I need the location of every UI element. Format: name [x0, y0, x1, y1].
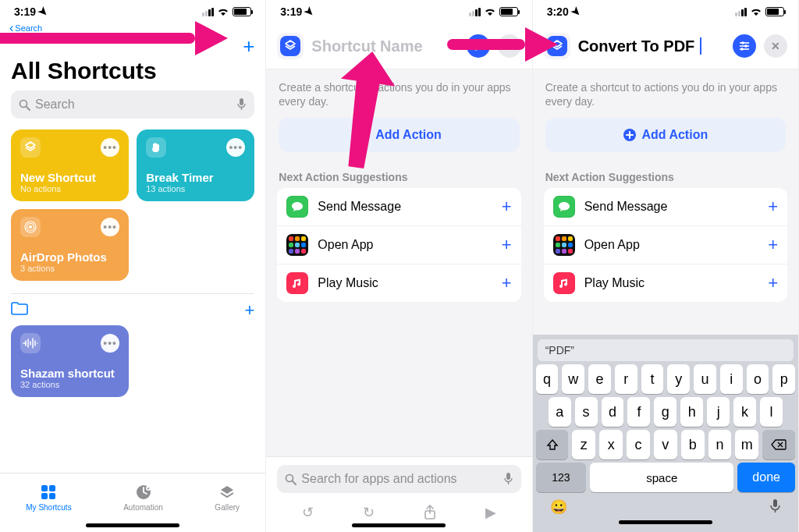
add-suggestion-button[interactable]: +	[768, 197, 778, 217]
redo-button[interactable]: ↻	[363, 504, 375, 521]
search-input[interactable]: Search	[11, 90, 254, 119]
card-menu-button[interactable]: •••	[226, 138, 245, 157]
key[interactable]: y	[667, 364, 690, 394]
key[interactable]: p	[772, 364, 795, 394]
key[interactable]: l	[760, 397, 783, 427]
keyboard-prediction[interactable]: “PDF”	[538, 339, 794, 361]
add-suggestion-button[interactable]: +	[502, 273, 512, 293]
key[interactable]: c	[627, 430, 650, 459]
location-icon: ➤	[302, 4, 318, 20]
key[interactable]: t	[641, 364, 664, 394]
key[interactable]: v	[654, 430, 677, 459]
key[interactable]: q	[536, 364, 559, 394]
folder-icon[interactable]	[11, 302, 28, 319]
add-action-button[interactable]: Add Action	[545, 118, 786, 152]
dictate-key[interactable]	[769, 498, 781, 516]
close-button[interactable]: ✕	[764, 34, 787, 58]
key[interactable]: u	[694, 364, 716, 394]
status-bar: 3:19➤	[266, 0, 531, 23]
home-indicator[interactable]	[619, 520, 712, 524]
suggestion-label: Open App	[318, 238, 373, 252]
suggestion-item[interactable]: Send Message +	[277, 188, 520, 226]
home-indicator[interactable]	[86, 523, 179, 527]
svg-line-21	[293, 481, 296, 484]
backspace-key[interactable]	[762, 430, 795, 459]
key[interactable]: r	[615, 364, 637, 394]
key[interactable]: m	[735, 430, 758, 459]
shortcut-card[interactable]: ••• Break Timer 13 actions	[137, 129, 254, 201]
card-menu-button[interactable]: •••	[101, 138, 119, 157]
shortcut-card[interactable]: ••• Shazam shortcut 32 actions	[11, 325, 129, 397]
dictate-icon[interactable]	[236, 98, 247, 112]
tab-automation[interactable]: Automation	[123, 484, 163, 512]
shortcut-card[interactable]: ••• New Shortcut No actions	[11, 129, 129, 201]
undo-button[interactable]: ↺	[302, 504, 314, 521]
key[interactable]: w	[562, 364, 584, 394]
back-to-search[interactable]: Search	[0, 23, 265, 34]
add-in-folder-button[interactable]: +	[244, 302, 254, 319]
card-menu-button[interactable]: •••	[101, 218, 119, 236]
suggestion-item[interactable]: Open App +	[277, 226, 520, 264]
card-menu-button[interactable]: •••	[101, 334, 119, 353]
key[interactable]: k	[733, 397, 756, 427]
shortcut-name-input[interactable]: Convert To PDF	[578, 37, 725, 55]
shortcut-badge[interactable]	[277, 33, 304, 59]
card-title: New Shortcut	[20, 171, 119, 184]
suggestion-item[interactable]: Send Message +	[544, 188, 787, 226]
shortcut-badge[interactable]	[544, 33, 570, 59]
home-indicator[interactable]	[352, 523, 446, 527]
key[interactable]: e	[588, 364, 611, 394]
key[interactable]: d	[602, 397, 624, 427]
key[interactable]: h	[680, 397, 703, 427]
tab-gallery[interactable]: Gallery	[215, 484, 240, 512]
gallery-icon	[218, 484, 236, 501]
key[interactable]: i	[720, 364, 743, 394]
editor-hint: Create a shortcut to actions you do in y…	[533, 69, 798, 113]
actions-search-input[interactable]: Search for apps and actions	[277, 465, 520, 493]
emoji-key[interactable]: 😀	[550, 498, 567, 516]
done-key[interactable]: done	[737, 463, 795, 492]
add-suggestion-button[interactable]: +	[502, 235, 512, 255]
music-icon	[286, 272, 308, 294]
key[interactable]: s	[575, 397, 598, 427]
key[interactable]: o	[747, 364, 769, 394]
close-button[interactable]: ✕	[498, 34, 521, 58]
suggestion-item[interactable]: Play Music +	[544, 264, 787, 302]
share-button[interactable]	[424, 505, 436, 520]
settings-button[interactable]	[467, 34, 490, 58]
numbers-key[interactable]: 123	[536, 463, 586, 492]
keyboard-row-2: a s d f g h j k l	[536, 397, 795, 427]
key[interactable]: a	[549, 397, 571, 427]
add-suggestion-button[interactable]: +	[502, 197, 512, 217]
suggestion-item[interactable]: Play Music +	[277, 264, 520, 302]
card-subtitle: 32 actions	[20, 380, 119, 389]
svg-marker-25	[336, 51, 399, 171]
music-icon	[553, 272, 575, 294]
divider	[11, 293, 254, 294]
suggestion-item[interactable]: Open App +	[544, 226, 787, 264]
key[interactable]: z	[572, 430, 595, 459]
add-shortcut-button[interactable]: +	[243, 37, 254, 55]
run-button[interactable]: ▶	[485, 504, 496, 521]
shortcut-card[interactable]: ••• AirDrop Photos 3 actions	[11, 209, 129, 281]
settings-button[interactable]	[733, 34, 756, 58]
space-key[interactable]: space	[590, 463, 733, 492]
key[interactable]: g	[654, 397, 676, 427]
shift-key[interactable]	[536, 430, 569, 459]
add-suggestion-button[interactable]: +	[768, 235, 778, 255]
dictate-icon[interactable]	[503, 472, 513, 486]
key[interactable]: b	[681, 430, 705, 459]
wifi-icon	[484, 7, 496, 16]
add-suggestion-button[interactable]: +	[768, 273, 778, 293]
annotation-arrow	[336, 51, 399, 176]
key[interactable]: j	[707, 397, 730, 427]
plus-circle-icon	[623, 128, 637, 142]
key[interactable]: f	[627, 397, 650, 427]
key[interactable]: n	[708, 430, 732, 459]
add-action-button[interactable]: Add Action	[279, 118, 519, 152]
grid-icon	[39, 484, 58, 501]
status-bar: 3:20➤	[533, 0, 798, 23]
svg-rect-9	[41, 493, 48, 499]
tab-my-shortcuts[interactable]: My Shortcuts	[26, 484, 71, 512]
key[interactable]: x	[599, 430, 623, 459]
